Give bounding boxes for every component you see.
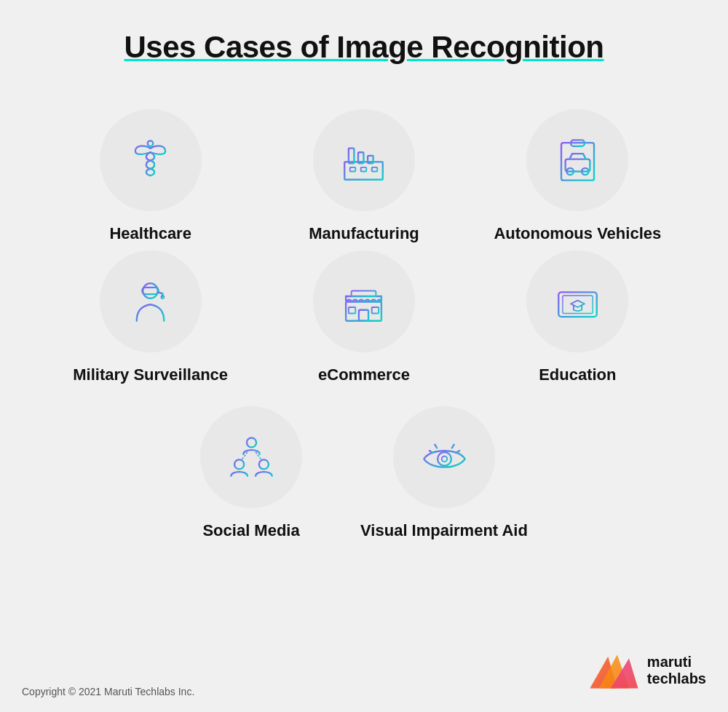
healthcare-icon-circle <box>100 109 202 211</box>
svg-point-34 <box>258 459 268 469</box>
svg-rect-6 <box>350 167 356 172</box>
social-media-icon-circle <box>200 406 302 508</box>
autonomous-vehicles-label: Autonomous Vehicles <box>494 224 661 243</box>
svg-point-38 <box>441 456 447 462</box>
svg-rect-24 <box>349 307 355 313</box>
visual-impairment-icon-circle <box>393 406 495 508</box>
card-autonomous-vehicles: Autonomous Vehicles <box>471 109 684 243</box>
card-social-media: Social Media <box>200 406 302 540</box>
clipboard-car-icon <box>550 133 605 188</box>
logo-triangles <box>585 643 640 697</box>
education-label: Education <box>539 365 616 384</box>
monitor-cap-icon <box>550 274 605 329</box>
people-network-icon <box>224 430 279 485</box>
eye-icon <box>417 430 472 485</box>
logo: maruti techlabs <box>585 643 706 697</box>
card-ecommerce: eCommerce <box>257 250 470 384</box>
autonomous-vehicles-icon-circle <box>526 109 628 211</box>
svg-point-32 <box>247 438 256 447</box>
svg-rect-22 <box>347 301 382 320</box>
logo-text: maruti techlabs <box>647 654 706 687</box>
cards-grid-bottom: Social Media Visual Impairment Aid <box>0 384 728 540</box>
svg-rect-23 <box>359 310 368 321</box>
card-manufacturing: Manufacturing <box>257 109 470 243</box>
footer: Copyright © 2021 Maruti Techlabs Inc. ma… <box>0 643 728 697</box>
logo-icon <box>585 643 640 697</box>
svg-rect-12 <box>565 159 590 172</box>
cards-grid: Healthcare Manufacturing <box>0 73 728 384</box>
card-visual-impairment: Visual Impairment Aid <box>360 406 528 540</box>
factory-icon <box>336 133 391 188</box>
social-media-label: Social Media <box>202 521 299 540</box>
caduceus-icon <box>123 133 178 188</box>
svg-point-33 <box>234 459 244 469</box>
svg-line-43 <box>429 451 432 453</box>
card-healthcare: Healthcare <box>44 109 257 243</box>
svg-rect-3 <box>349 149 355 164</box>
card-military-surveillance: Military Surveillance <box>44 250 257 384</box>
soldier-icon <box>123 274 178 329</box>
svg-rect-7 <box>361 167 367 172</box>
military-surveillance-icon-circle <box>100 250 202 352</box>
svg-rect-8 <box>372 167 378 172</box>
military-surveillance-label: Military Surveillance <box>73 365 228 384</box>
education-icon-circle <box>526 250 628 352</box>
manufacturing-icon-circle <box>313 109 415 211</box>
svg-line-40 <box>451 445 454 448</box>
store-icon <box>336 274 391 329</box>
svg-point-37 <box>438 452 451 466</box>
page-title: Uses Cases of Image Recognition <box>0 0 728 66</box>
copyright-text: Copyright © 2021 Maruti Techlabs Inc. <box>22 686 194 697</box>
card-education: Education <box>471 250 684 384</box>
visual-impairment-label: Visual Impairment Aid <box>360 521 528 540</box>
svg-line-41 <box>435 445 437 448</box>
healthcare-label: Healthcare <box>109 224 191 243</box>
manufacturing-label: Manufacturing <box>309 224 419 243</box>
svg-line-42 <box>456 451 459 453</box>
ecommerce-icon-circle <box>313 250 415 352</box>
ecommerce-label: eCommerce <box>318 365 410 384</box>
svg-rect-25 <box>372 307 379 313</box>
